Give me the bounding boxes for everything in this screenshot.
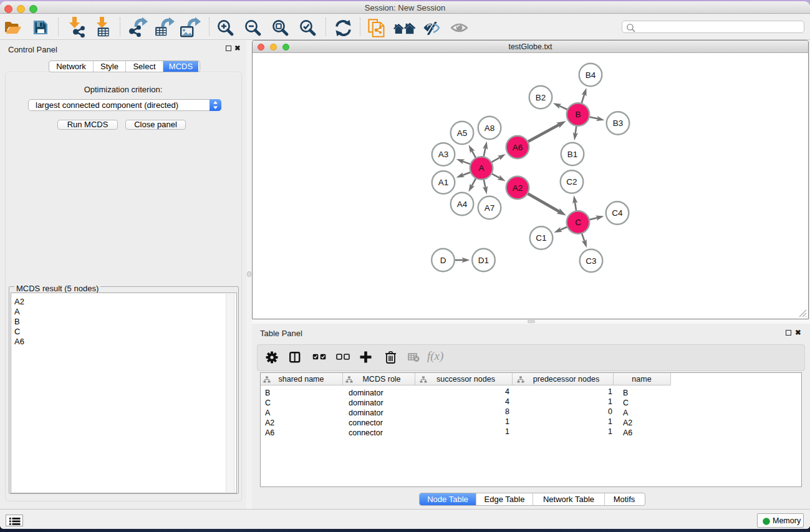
svg-text:A7: A7 [485,203,495,213]
svg-text:A5: A5 [457,128,468,138]
svg-text:D1: D1 [478,256,489,265]
svg-text:A2: A2 [513,183,523,193]
svg-text:A3: A3 [438,150,449,159]
svg-text:C: C [575,218,581,227]
svg-text:A: A [478,163,484,173]
svg-text:B3: B3 [613,118,624,128]
svg-text:C4: C4 [612,208,623,218]
svg-text:B4: B4 [586,70,596,80]
svg-text:A4: A4 [457,200,468,209]
svg-text:B1: B1 [567,150,578,159]
svg-text:B2: B2 [536,93,546,102]
svg-text:D: D [440,256,446,265]
svg-text:B: B [575,110,581,119]
svg-text:A1: A1 [438,178,449,187]
svg-text:A6: A6 [513,143,523,152]
svg-text:C1: C1 [536,233,546,243]
svg-text:A8: A8 [485,123,495,133]
svg-text:C2: C2 [566,177,577,186]
svg-text:C3: C3 [586,256,596,266]
